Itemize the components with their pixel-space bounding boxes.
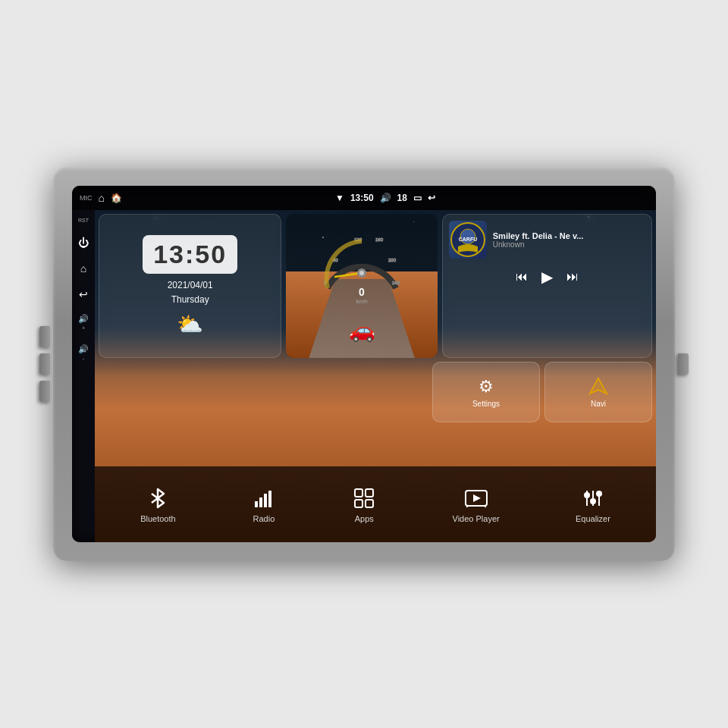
power-button[interactable]: ⏻ bbox=[78, 237, 89, 249]
svg-text:160: 160 bbox=[375, 237, 384, 242]
settings-icon: ⚙ bbox=[479, 377, 494, 397]
wifi-icon: ▼ bbox=[335, 193, 344, 203]
svg-text:km/h: km/h bbox=[356, 299, 367, 304]
svg-rect-16 bbox=[255, 501, 258, 507]
side-btn-right-1[interactable] bbox=[678, 353, 689, 375]
app-row: ⚙ Settings Navi bbox=[432, 362, 652, 422]
equalizer-icon bbox=[581, 486, 605, 510]
video-player-button[interactable]: Video Player bbox=[453, 486, 500, 523]
svg-rect-21 bbox=[366, 489, 373, 497]
side-btn-3[interactable] bbox=[39, 381, 50, 402]
svg-point-29 bbox=[584, 492, 590, 498]
settings-button[interactable]: ⚙ Settings bbox=[432, 362, 540, 422]
back-icon: ↩ bbox=[79, 288, 88, 300]
bluetooth-icon bbox=[146, 486, 170, 510]
svg-rect-20 bbox=[355, 489, 362, 497]
bluetooth-button[interactable]: Bluetooth bbox=[140, 486, 175, 523]
video-player-icon bbox=[464, 486, 488, 510]
speedometer-widget: 🚗 0 60 120 160 bbox=[286, 214, 437, 358]
svg-rect-18 bbox=[264, 494, 267, 507]
widgets-row: 13:50 2021/04/01 Thursday ⛅ 🚗 bbox=[99, 214, 652, 358]
music-info: Smiley ft. Delia - Ne v... Unknown bbox=[493, 231, 645, 249]
prev-button[interactable]: ⏮ bbox=[516, 270, 528, 284]
svg-text:240: 240 bbox=[392, 281, 400, 285]
home-icon: ⌂ bbox=[80, 262, 86, 275]
clock-widget: 13:50 2021/04/01 Thursday ⛅ bbox=[99, 214, 281, 358]
bottom-bar: Bluetooth Radio bbox=[95, 466, 656, 542]
status-center: ▼ 13:50 🔊 18 ▭ ↩ bbox=[335, 193, 435, 203]
back-icon-status[interactable]: ↩ bbox=[428, 193, 435, 203]
screen-bezel: MIC ⌂ 🏠 ▼ 13:50 🔊 18 ▭ ↩ RST ⏻ bbox=[72, 186, 656, 542]
apps-button[interactable]: Apps bbox=[352, 486, 376, 523]
navi-icon bbox=[588, 377, 608, 397]
power-icon: ⏻ bbox=[78, 237, 89, 249]
bluetooth-label: Bluetooth bbox=[140, 514, 175, 523]
mic-label: MIC bbox=[80, 194, 93, 202]
physical-buttons-right bbox=[678, 353, 689, 375]
video-player-label: Video Player bbox=[453, 514, 500, 523]
svg-marker-25 bbox=[473, 494, 481, 502]
status-time: 13:50 bbox=[350, 193, 374, 203]
carfu-logo: CARFU bbox=[450, 222, 485, 257]
svg-rect-17 bbox=[259, 497, 262, 507]
music-widget: CARFU Smiley ft. Delia - Ne v... Unknown… bbox=[442, 214, 652, 358]
weather-icon: ⛅ bbox=[177, 312, 203, 337]
home-icon-status[interactable]: ⌂ bbox=[99, 192, 105, 204]
svg-point-33 bbox=[596, 491, 602, 497]
side-btn-2[interactable] bbox=[39, 353, 50, 375]
radio-icon bbox=[252, 486, 276, 510]
play-button[interactable]: ▶ bbox=[541, 268, 553, 286]
svg-rect-19 bbox=[268, 491, 271, 507]
side-panel-left: RST ⏻ ⌂ ↩ 🔊 + 🔊 - bbox=[72, 210, 95, 542]
navi-button[interactable]: Navi bbox=[544, 362, 652, 422]
back-button[interactable]: ↩ bbox=[79, 288, 88, 300]
svg-text:200: 200 bbox=[388, 258, 397, 262]
battery-icon: ▭ bbox=[413, 193, 422, 203]
screen-icon-status[interactable]: 🏠 bbox=[111, 193, 122, 203]
svg-point-31 bbox=[590, 498, 596, 504]
status-bar: MIC ⌂ 🏠 ▼ 13:50 🔊 18 ▭ ↩ bbox=[72, 186, 656, 210]
next-button[interactable]: ⏭ bbox=[566, 270, 579, 284]
vol-down-button[interactable]: 🔊 - bbox=[78, 344, 89, 361]
physical-buttons-left bbox=[39, 326, 50, 402]
apps-icon bbox=[352, 486, 376, 510]
main-content: 13:50 2021/04/01 Thursday ⛅ 🚗 bbox=[95, 210, 656, 542]
volume-icon: 🔊 bbox=[380, 193, 391, 203]
music-artist: Unknown bbox=[493, 240, 645, 249]
radio-label: Radio bbox=[253, 514, 275, 523]
music-title: Smiley ft. Delia - Ne v... bbox=[493, 231, 645, 240]
apps-label: Apps bbox=[355, 514, 374, 523]
speedo-car: 🚗 bbox=[349, 318, 375, 343]
vol-up-button[interactable]: 🔊 + bbox=[78, 314, 89, 331]
svg-rect-22 bbox=[355, 500, 362, 507]
home-button[interactable]: ⌂ bbox=[80, 262, 86, 275]
equalizer-label: Equalizer bbox=[576, 514, 610, 523]
vol-down-icon: 🔊 bbox=[78, 344, 89, 354]
music-controls: ⏮ ▶ ⏭ bbox=[449, 268, 645, 286]
music-album-art: CARFU bbox=[449, 221, 487, 259]
svg-rect-23 bbox=[366, 500, 373, 507]
rst-button[interactable]: RST bbox=[78, 218, 89, 223]
equalizer-button[interactable]: Equalizer bbox=[576, 486, 610, 523]
settings-label: Settings bbox=[472, 400, 500, 408]
speedometer-gauge: 0 60 120 160 200 240 bbox=[316, 220, 407, 314]
gauge-svg: 0 60 120 160 200 240 bbox=[316, 220, 407, 311]
svg-point-8 bbox=[359, 271, 364, 275]
status-left: MIC ⌂ 🏠 bbox=[80, 192, 122, 204]
clock-time: 13:50 bbox=[153, 240, 227, 269]
svg-text:CARFU: CARFU bbox=[459, 237, 478, 242]
navi-label: Navi bbox=[591, 400, 606, 408]
clock-date: 2021/04/01 Thursday bbox=[168, 278, 213, 307]
vol-up-icon: 🔊 bbox=[78, 314, 89, 324]
svg-text:0: 0 bbox=[359, 286, 365, 298]
car-unit: MIC ⌂ 🏠 ▼ 13:50 🔊 18 ▭ ↩ RST ⏻ bbox=[53, 167, 675, 561]
side-btn-1[interactable] bbox=[39, 326, 50, 347]
music-top: CARFU Smiley ft. Delia - Ne v... Unknown bbox=[449, 221, 645, 259]
radio-button[interactable]: Radio bbox=[252, 486, 276, 523]
volume-level: 18 bbox=[397, 193, 407, 203]
clock-time-display: 13:50 bbox=[143, 235, 237, 274]
